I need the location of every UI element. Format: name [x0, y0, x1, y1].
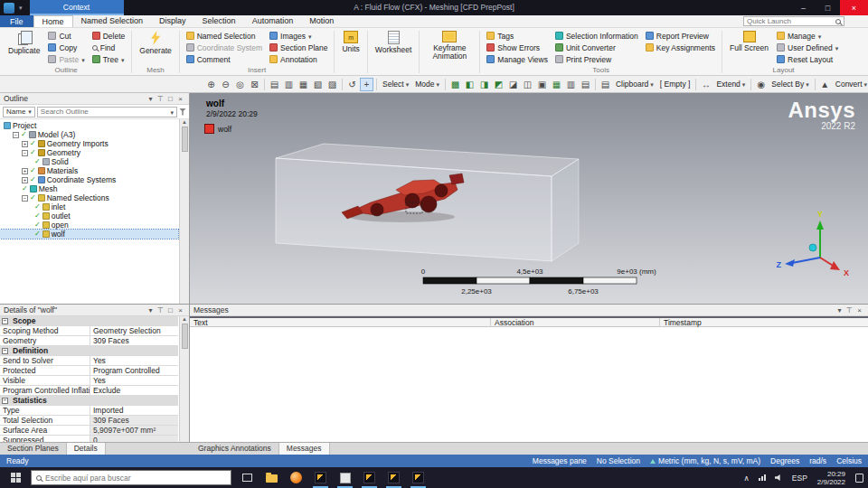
comment-button[interactable]: Comment [184, 53, 265, 65]
context-tab[interactable]: Context [30, 0, 124, 15]
tab-selection[interactable]: Selection [194, 15, 244, 27]
collapse-icon[interactable] [2, 318, 8, 324]
property-value[interactable]: Yes [90, 376, 178, 385]
ansys-app-button[interactable] [308, 467, 333, 488]
wireframe-view-icon[interactable]: ▨ [326, 78, 339, 91]
float-icon[interactable]: □ [165, 95, 175, 103]
language-button[interactable]: ESP [788, 467, 812, 488]
select-dropdown[interactable]: Select [380, 80, 411, 89]
tab-details[interactable]: Details [67, 443, 106, 455]
tree-item-project[interactable]: Project [0, 121, 178, 130]
app-button[interactable] [333, 467, 357, 488]
pin-icon[interactable]: ⊤ [156, 95, 165, 103]
outline-scrollbar[interactable]: ▲ [179, 119, 189, 304]
scroll-up-icon[interactable]: ▲ [182, 119, 187, 125]
collapse-icon[interactable] [2, 398, 8, 404]
paste-button[interactable]: Paste [45, 53, 87, 65]
status-messages-pane[interactable]: Messages pane [533, 456, 587, 465]
body-select-icon[interactable]: ◩ [492, 78, 505, 91]
expander-icon[interactable] [22, 177, 28, 183]
tray-expand-button[interactable]: ∧ [740, 467, 754, 488]
manage-button[interactable]: Manage [774, 30, 841, 42]
expander-icon[interactable] [13, 132, 19, 138]
expander-icon[interactable] [22, 195, 28, 202]
mesh-node-icon[interactable]: ◫ [521, 78, 534, 91]
tab-section-planes[interactable]: Section Planes [0, 443, 67, 455]
face-select-icon[interactable]: ◨ [477, 78, 491, 91]
scroll-thumb[interactable] [182, 127, 188, 152]
tree-item-mesh[interactable]: Mesh [0, 184, 178, 193]
full-screen-button[interactable]: Full Screen [726, 30, 772, 53]
status-rad-s[interactable]: rad/s [809, 456, 826, 465]
notification-center-button[interactable] [851, 467, 868, 488]
snapshot-icon[interactable]: ▥ [282, 78, 296, 91]
pin-icon[interactable]: ⊤ [156, 306, 165, 314]
quick-launch[interactable] [743, 16, 844, 26]
probe-icon[interactable]: + [360, 78, 373, 91]
app-icon[interactable] [4, 3, 14, 14]
property-value[interactable]: Yes [90, 356, 178, 365]
tree-button[interactable]: Tree [90, 53, 128, 65]
start-button[interactable] [0, 467, 31, 488]
property-value[interactable]: Imported [90, 406, 178, 415]
pin-icon[interactable]: ⊤ [844, 306, 854, 314]
tree-item-geometry[interactable]: Geometry [0, 148, 178, 157]
user-defined-button[interactable]: User Defined [774, 42, 841, 53]
ansys-app-button[interactable] [357, 467, 382, 488]
panel-menu-icon[interactable]: ▾ [835, 306, 844, 314]
delete-button[interactable]: Delete [90, 30, 128, 42]
z-axis[interactable] [792, 258, 820, 263]
keyframe-animation-button[interactable]: Keyframe Animation [423, 30, 476, 61]
collapse-icon[interactable] [2, 348, 8, 354]
tree-item-model[interactable]: Model (A3) [0, 130, 178, 139]
vertex-select-icon[interactable]: ▩ [448, 78, 462, 91]
extend-dropdown[interactable]: Extend [713, 80, 748, 89]
taskbar-search[interactable] [31, 470, 231, 485]
coordinate-tool-icon[interactable]: ▥ [564, 78, 578, 91]
manage-views-button[interactable]: Manage Views [484, 53, 551, 65]
edge-select-icon[interactable]: ◧ [463, 78, 476, 91]
property-value[interactable]: 309 Faces [90, 336, 178, 345]
tab-graphics-annotations[interactable]: Graphics Annotations [191, 443, 279, 455]
box-zoom-icon[interactable]: ⊠ [248, 78, 261, 91]
taskbar-clock[interactable]: 20:29 2/9/2022 [812, 470, 851, 486]
scroll-up-icon[interactable]: ▲ [182, 316, 187, 322]
details-scrollbar[interactable]: ▲ [179, 316, 189, 442]
scroll-thumb[interactable] [182, 324, 188, 349]
name-filter-dropdown[interactable]: Name [3, 107, 35, 117]
tree-item-wolf[interactable]: wolf [0, 230, 178, 239]
details-section-row[interactable]: Statistics [0, 396, 178, 406]
status-units[interactable]: Metric (mm, kg, N, s, mV, mA) [650, 456, 760, 465]
volume-button[interactable] [770, 467, 788, 488]
coordinate-system-button[interactable]: Coordinate System [184, 42, 265, 53]
tags-button[interactable]: Tags [484, 30, 551, 42]
tree-item-outlet[interactable]: outlet [0, 211, 178, 221]
generate-button[interactable]: Generate [136, 30, 175, 56]
isometric-ball[interactable] [809, 244, 816, 251]
details-section-row[interactable]: Definition [0, 346, 178, 356]
viewport-canvas[interactable]: 0 4,5e+03 9e+03 (mm) 2,25e+03 6,75e+03 Y… [190, 93, 868, 304]
tab-display[interactable]: Display [151, 15, 194, 27]
tree-item-solid[interactable]: Solid [0, 157, 178, 166]
property-value[interactable]: Geometry Selection [90, 326, 178, 335]
tab-motion[interactable]: Motion [301, 15, 342, 27]
zoom-out-icon[interactable]: ⊖ [219, 78, 232, 91]
duplicate-button[interactable]: Duplicate [5, 30, 43, 56]
image-capture-icon[interactable]: ▤ [268, 78, 281, 91]
maximize-button[interactable] [816, 0, 840, 15]
file-explorer-button[interactable] [259, 467, 284, 488]
close-panel-icon[interactable]: × [175, 95, 185, 103]
extend-selection-icon[interactable]: ◪ [506, 78, 520, 91]
property-value[interactable]: Exclude [90, 386, 178, 395]
task-view-button[interactable] [235, 467, 259, 488]
images-button[interactable]: Images [267, 30, 330, 42]
ansys-app-button[interactable] [382, 467, 406, 488]
zoom-in-icon[interactable]: ⊕ [204, 78, 218, 91]
mesh-element-icon[interactable]: ▣ [535, 78, 549, 91]
tree-item-inlet[interactable]: inlet [0, 202, 178, 211]
close-panel-icon[interactable]: × [175, 306, 185, 314]
named-selection-tool-icon[interactable]: ▦ [550, 78, 563, 91]
worksheet-button[interactable]: Worksheet [372, 30, 415, 55]
outline-search[interactable] [37, 107, 177, 117]
select-by-dropdown[interactable]: Select By [769, 80, 811, 89]
